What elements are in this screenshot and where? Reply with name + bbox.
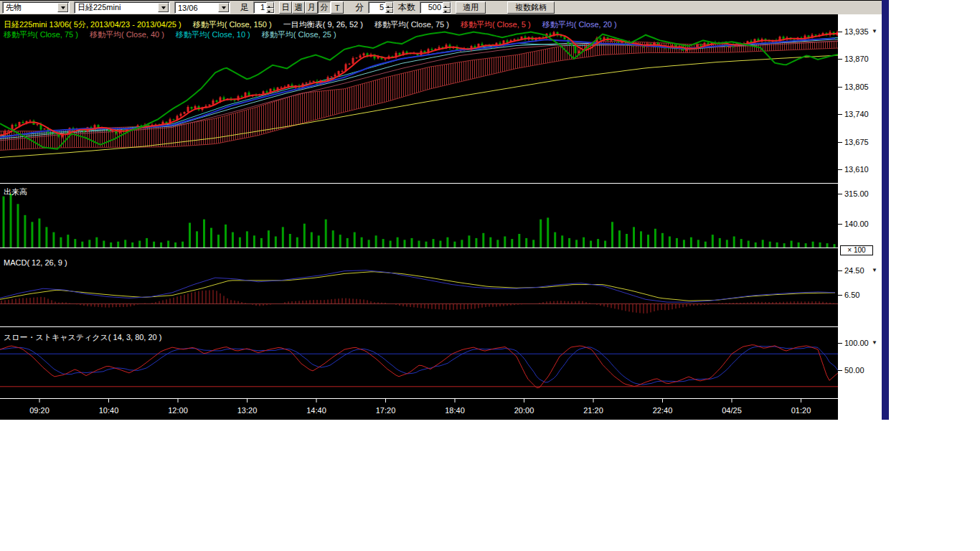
unit-label: 分 bbox=[355, 1, 364, 14]
dropdown-arrow-icon[interactable] bbox=[218, 3, 229, 12]
axis-label: 315.00 bbox=[844, 189, 869, 198]
period-button-日[interactable]: 日 bbox=[279, 1, 292, 14]
spin-up-icon[interactable] bbox=[443, 2, 451, 8]
axis-label: 13,935 bbox=[844, 27, 869, 36]
interval-input[interactable]: 1 bbox=[253, 1, 275, 14]
time-axis-label: 22:40 bbox=[653, 406, 673, 415]
time-axis-label: 14:40 bbox=[306, 406, 326, 415]
axis-label: 13,740 bbox=[844, 110, 869, 118]
period-button-週[interactable]: 週 bbox=[292, 1, 305, 14]
bar-type-label: 足 bbox=[240, 1, 249, 14]
chart-canvas[interactable]: 09:2010:4012:0013:2014:4017:2018:4020:00… bbox=[0, 14, 838, 420]
spin-down-icon[interactable] bbox=[443, 8, 451, 14]
symbol-dropdown[interactable]: 日経225mini bbox=[74, 1, 170, 14]
category-dropdown-value: 先物 bbox=[6, 2, 22, 13]
chart-area: 09:2010:4012:0013:2014:4017:2018:4020:00… bbox=[0, 14, 838, 420]
interval-value: 1 bbox=[254, 2, 266, 13]
axis-tick bbox=[838, 59, 842, 60]
period-button-分[interactable]: 分 bbox=[318, 1, 331, 14]
axis-tick bbox=[838, 224, 842, 225]
chevron-down-icon bbox=[161, 6, 166, 11]
axis-tick bbox=[838, 87, 842, 88]
panel-menu-arrow-icon[interactable]: ▼ bbox=[872, 339, 877, 346]
bars-count-value: 500 bbox=[420, 2, 443, 13]
chevron-down-icon bbox=[222, 6, 226, 11]
axis-tick bbox=[838, 295, 842, 296]
unit-value: 5 bbox=[369, 2, 385, 13]
axis-label: 13,675 bbox=[844, 138, 869, 146]
trading-chart-window: 先物 日経225mini 13/06 足 1 日週月分T 分 5 本数 500 … bbox=[0, 0, 980, 551]
category-dropdown[interactable]: 先物 bbox=[2, 1, 70, 14]
axis-label: 140.00 bbox=[844, 220, 869, 228]
axis-tick bbox=[838, 169, 842, 170]
axis-label: 13,870 bbox=[844, 55, 869, 63]
axis-tick bbox=[838, 370, 842, 371]
symbol-dropdown-value: 日経225mini bbox=[77, 2, 121, 13]
spinner-icon[interactable] bbox=[266, 2, 274, 13]
time-axis-label: 18:40 bbox=[445, 406, 465, 415]
time-axis-label: 17:20 bbox=[376, 406, 396, 415]
spinner-icon[interactable] bbox=[443, 2, 451, 13]
spin-up-icon[interactable] bbox=[385, 2, 393, 8]
axis-label: 100.00 bbox=[844, 339, 869, 347]
time-axis-label: 21:20 bbox=[583, 406, 603, 415]
time-axis-label: 01:20 bbox=[791, 406, 811, 415]
spin-up-icon[interactable] bbox=[266, 2, 274, 8]
axis-label: 6.50 bbox=[844, 291, 859, 299]
axis-tick bbox=[838, 194, 842, 194]
axis-label: 24.50 bbox=[844, 266, 864, 275]
spin-down-icon[interactable] bbox=[385, 8, 393, 14]
axis-label: 50.00 bbox=[844, 366, 864, 375]
chevron-down-icon bbox=[61, 6, 65, 11]
spin-down-icon[interactable] bbox=[266, 8, 274, 14]
period-button-group: 日週月分T bbox=[279, 1, 344, 14]
panel-menu-arrow-icon[interactable]: ▼ bbox=[872, 28, 877, 34]
apply-button[interactable]: 適用 bbox=[456, 1, 486, 14]
vertical-scrollbar[interactable] bbox=[882, 0, 889, 420]
time-axis-label: 09:20 bbox=[29, 406, 50, 415]
axis-tick bbox=[838, 142, 842, 143]
toolbar: 先物 日経225mini 13/06 足 1 日週月分T 分 5 本数 500 … bbox=[0, 0, 882, 14]
volume-multiplier-badge: × 100 bbox=[840, 245, 873, 255]
time-axis-label: 10:40 bbox=[99, 406, 119, 415]
period-button-T[interactable]: T bbox=[331, 1, 344, 14]
contract-month-value: 13/06 bbox=[178, 4, 198, 12]
axis-tick bbox=[838, 32, 842, 32]
time-axis-label: 13:20 bbox=[237, 406, 258, 415]
price-axis: × 100 13,935▼13,87013,80513,74013,67513,… bbox=[838, 14, 882, 420]
time-axis-label: 12:00 bbox=[168, 406, 188, 415]
axis-tick bbox=[838, 114, 842, 115]
time-axis-label: 20:00 bbox=[514, 406, 534, 415]
time-axis-label: 04/25 bbox=[722, 406, 742, 415]
axis-label: 13,610 bbox=[844, 165, 869, 174]
multi-symbol-button[interactable]: 複数銘柄 bbox=[507, 1, 555, 14]
bars-count-input[interactable]: 500 bbox=[420, 1, 451, 14]
spinner-icon[interactable] bbox=[385, 2, 393, 13]
axis-tick bbox=[838, 270, 842, 271]
bars-count-label: 本数 bbox=[398, 1, 415, 14]
dropdown-arrow-icon[interactable] bbox=[158, 3, 169, 12]
axis-label: 13,805 bbox=[844, 83, 869, 91]
unit-input[interactable]: 5 bbox=[368, 1, 394, 14]
contract-month-dropdown[interactable]: 13/06 bbox=[174, 1, 230, 14]
axis-tick bbox=[838, 343, 842, 344]
dropdown-arrow-icon[interactable] bbox=[57, 3, 68, 12]
panel-menu-arrow-icon[interactable]: ▼ bbox=[872, 267, 877, 273]
period-button-月[interactable]: 月 bbox=[305, 1, 318, 14]
